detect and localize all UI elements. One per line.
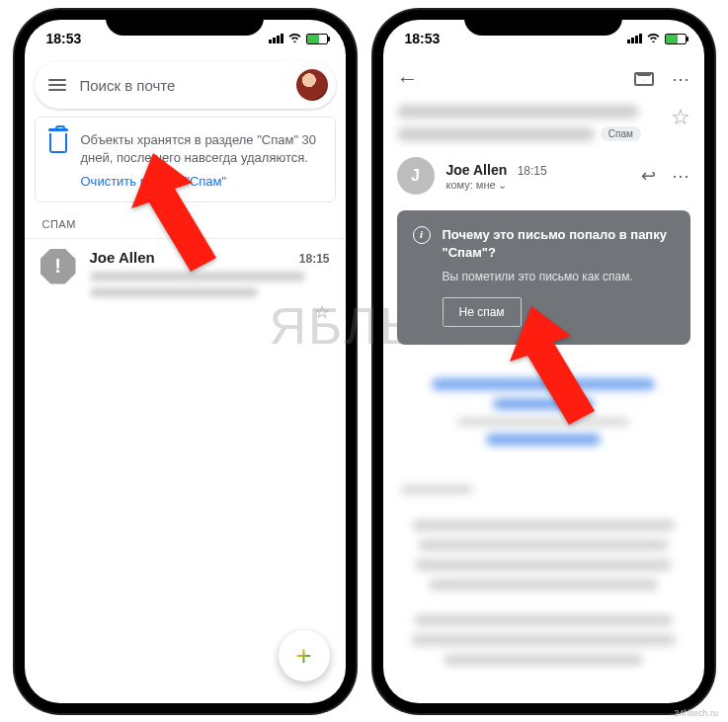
menu-icon[interactable]: [48, 79, 66, 91]
sender-name: Joe Allen: [446, 162, 508, 178]
empty-spam-link[interactable]: Очистить раздел "Спам": [81, 173, 321, 191]
mail-item[interactable]: ! Joe Allen 18:15 ☆: [25, 239, 346, 333]
spam-box-reason: Вы пометили это письмо как спам.: [443, 270, 675, 283]
sender-time: 18:15: [518, 164, 547, 178]
archive-icon[interactable]: [634, 72, 654, 86]
plus-icon: +: [295, 640, 311, 672]
subject-blur-1: [397, 105, 640, 119]
trash-icon: [49, 133, 67, 153]
subject-row: Спам ☆: [383, 101, 704, 151]
status-indicators: [269, 32, 328, 45]
search-input[interactable]: Поиск в почте: [80, 77, 283, 94]
mail-preview-blur: [90, 287, 258, 297]
phone-frame-left: 18:53 Поиск в почте Объекты хранятся в р…: [15, 10, 356, 713]
mail-sender: Joe Allen: [90, 249, 155, 266]
source-footer: 24hitech.ru: [674, 708, 718, 718]
status-time: 18:53: [46, 31, 82, 46]
battery-icon: [665, 34, 687, 44]
spam-chip: Спам: [601, 126, 641, 141]
recipient-label[interactable]: кому: мне ⌄: [446, 179, 629, 192]
search-bar[interactable]: Поиск в почте: [35, 61, 336, 109]
signal-icon: [627, 34, 642, 43]
more-icon[interactable]: ⋯: [672, 68, 690, 90]
spam-info-box: Объекты хранятся в разделе "Спам" 30 дне…: [35, 117, 336, 202]
sender-row[interactable]: J Joe Allen 18:15 кому: мне ⌄ ⋯: [383, 151, 704, 206]
sender-avatar: J: [397, 157, 435, 195]
spam-explanation-box: i Почему это письмо попало в папку "Спам…: [397, 210, 690, 345]
screen-right: 18:53 ← ⋯: [383, 20, 704, 703]
signal-icon: [269, 34, 283, 43]
info-icon: i: [413, 226, 431, 244]
chevron-down-icon: ⌄: [498, 179, 507, 192]
battery-icon: [306, 34, 328, 44]
info-text-wrap: Объекты хранятся в разделе "Спам" 30 дне…: [81, 131, 321, 192]
mail-subject-blur: [90, 272, 306, 281]
notch: [106, 10, 264, 36]
spam-info-text: Объекты хранятся в разделе "Спам" 30 дне…: [81, 132, 317, 165]
email-body-blur: [383, 357, 704, 687]
screen-left: 18:53 Поиск в почте Объекты хранятся в р…: [25, 20, 346, 703]
mail-time: 18:15: [299, 252, 330, 266]
phone-frame-right: 18:53 ← ⋯: [373, 10, 714, 713]
star-icon[interactable]: ☆: [90, 301, 330, 323]
back-button[interactable]: ←: [397, 66, 419, 92]
status-time: 18:53: [405, 31, 441, 46]
wifi-icon: [646, 32, 661, 45]
top-bar: ← ⋯: [383, 57, 704, 101]
reply-icon[interactable]: [641, 165, 656, 187]
status-indicators: [627, 32, 687, 45]
spam-badge-icon: !: [40, 249, 76, 284]
notch: [464, 10, 622, 36]
wifi-icon: [287, 32, 302, 45]
spam-box-title: Почему это письмо попало в папку "Спам"?: [443, 226, 675, 262]
more-icon[interactable]: ⋯: [672, 165, 690, 187]
not-spam-button[interactable]: Не спам: [443, 297, 522, 327]
star-icon[interactable]: ☆: [671, 105, 690, 130]
avatar[interactable]: [296, 69, 328, 101]
subject-blur-2: [397, 127, 595, 141]
section-label: СПАМ: [25, 210, 346, 238]
compose-fab[interactable]: +: [279, 630, 330, 682]
